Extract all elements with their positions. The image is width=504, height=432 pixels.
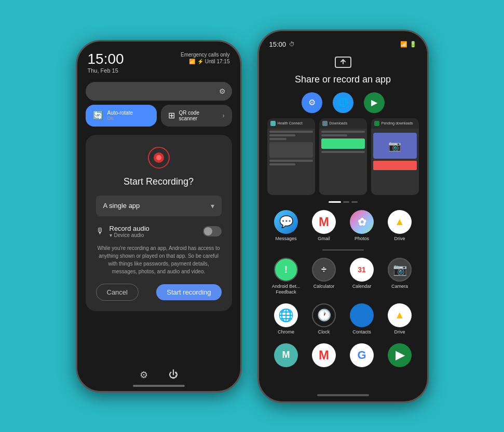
app-maps[interactable]: M (270, 343, 302, 369)
app-contacts[interactable]: 👤 Contacts (346, 303, 377, 335)
app-row-3: 🌐 Chrome 🕐 Clock 👤 Contacts ▲ Drive (267, 303, 419, 335)
recent-header-1: Health Connect (267, 118, 315, 129)
app-google[interactable]: G (346, 343, 377, 369)
android-feedback-icon: ! (274, 258, 298, 282)
dialog-buttons: Cancel Start recording (96, 284, 222, 301)
maps-icon: M (274, 343, 298, 367)
toggle-knob (204, 227, 212, 235)
play-icon-select: ▶ (371, 97, 377, 107)
wifi-icon-left: 📶 (189, 59, 195, 64)
start-recording-button[interactable]: Start recording (156, 284, 221, 300)
recent-header-2: Downloads (319, 118, 367, 129)
recent-icon-1 (270, 121, 276, 126)
calculator-label: Calculator (314, 284, 335, 289)
scroll-dot-inactive-2 (351, 201, 358, 203)
left-screen: 15:00 Thu, Feb 15 Emergency calls only 📶… (77, 41, 240, 391)
gmail-icon: M (312, 210, 336, 234)
recent-name-2: Downloads (330, 121, 348, 125)
recent-header-3: Pending downloads (371, 118, 419, 129)
photos-icon: ✿ (350, 210, 374, 234)
status-bar-left: 15:00 Thu, Feb 15 Emergency calls only 📶… (77, 41, 240, 78)
app-chrome[interactable]: 🌐 Chrome (270, 303, 302, 335)
qs-qr-tile[interactable]: ⊞ QR code scanner › (161, 105, 232, 127)
settings-nav-icon[interactable]: ⚙ (140, 369, 148, 381)
app-drive[interactable]: ▲ Drive (384, 210, 415, 242)
settings-icon-brightness: ⚙ (219, 87, 226, 95)
recent-thumb-3[interactable]: Pending downloads 📷 (371, 118, 419, 195)
auto-rotate-sub: On (107, 116, 133, 121)
camera-notch-left (156, 49, 161, 54)
settings-select-icon[interactable]: ⚙ (302, 92, 322, 113)
app-camera[interactable]: 📷 Camera (384, 258, 415, 295)
record-icon (146, 145, 171, 170)
chrome-label: Chrome (278, 329, 294, 335)
scroll-dot-inactive-1 (343, 201, 349, 203)
app-clock[interactable]: 🕐 Clock (308, 303, 339, 335)
audio-toggle[interactable] (203, 226, 222, 236)
time-right: 15:00 (269, 40, 287, 48)
calendar-icon: 31 (350, 258, 374, 282)
recent-content-3: 📷 (371, 129, 419, 195)
time-left: 15:00 (88, 52, 124, 66)
clock-label: Clock (318, 329, 330, 335)
drive2-icon: ▲ (388, 303, 412, 327)
app-play[interactable]: ▶ (384, 343, 415, 369)
wifi-icon-right: 📶 (400, 41, 407, 48)
left-phone: 15:00 Thu, Feb 15 Emergency calls only 📶… (76, 40, 242, 393)
contacts-icon: 👤 (350, 303, 374, 327)
camera-icon: 📷 (388, 258, 412, 282)
qr-icon: ⊞ (168, 110, 175, 120)
start-recording-dialog: Start Recording? A single app ▾ 🎙 Record… (86, 135, 232, 311)
share-header: Share or record an app (259, 51, 427, 92)
camera-label: Camera (391, 284, 408, 289)
app-selection-dropdown[interactable]: A single app ▾ (96, 196, 222, 216)
scroll-dot-active (329, 201, 341, 203)
bottom-nav-left: ⚙ ⏻ (77, 369, 240, 381)
quick-settings-panel: ⚙ 🔄 Auto-rotate On ⊞ QR code scanner › (77, 78, 240, 135)
svg-point-2 (156, 155, 161, 160)
recent-name-1: Health Connect (278, 121, 303, 125)
home-indicator-right (317, 394, 369, 396)
dropdown-arrow-small: ▾ (110, 232, 112, 238)
recent-thumb-1[interactable]: Health Connect (267, 118, 315, 195)
grid-separator-1 (322, 249, 364, 250)
gmail-label: Gmail (318, 236, 330, 242)
app-android-feedback[interactable]: ! Android Bet... Feedback (270, 258, 302, 295)
messages-label: Messages (275, 236, 296, 242)
photos-label: Photos (355, 236, 369, 242)
app-calculator[interactable]: ÷ Calculator (308, 258, 339, 295)
app-messages[interactable]: 💬 Messages (270, 210, 302, 242)
app-photos[interactable]: ✿ Photos (346, 210, 377, 242)
google-icon: G (350, 343, 374, 367)
battery-text-left: ⚡ Until 17:15 (197, 59, 230, 64)
app-gmail[interactable]: M Gmail (308, 210, 339, 242)
app-gmail2[interactable]: M (308, 343, 339, 369)
recent-icon-3 (374, 121, 379, 126)
gmail2-icon: M (312, 343, 336, 367)
record-audio-row: 🎙 Record audio ▾ Device audio (96, 225, 222, 238)
android-feedback-label: Android Bet... Feedback (270, 284, 302, 295)
audio-sublabel: ▾ Device audio (110, 232, 198, 238)
mic-icon: 🎙 (96, 227, 104, 236)
chrome-select-icon[interactable]: 🌐 (333, 92, 353, 113)
recents-area: Health Connect Downloads (259, 118, 427, 201)
clock-icon: ⏱ (289, 41, 295, 47)
dialog-title: Start Recording? (96, 176, 222, 187)
app-calendar[interactable]: 31 Calendar (346, 258, 377, 295)
recent-thumb-2[interactable]: Downloads (319, 118, 367, 195)
qs-auto-rotate-tile[interactable]: 🔄 Auto-rotate On (86, 105, 157, 127)
auto-rotate-label: Auto-rotate (107, 110, 133, 116)
status-icons-left: 📶 ⚡ Until 17:15 (181, 59, 229, 64)
camera-notch-right (340, 38, 346, 44)
scroll-indicator (259, 201, 427, 208)
app-drive2[interactable]: ▲ Drive (384, 303, 415, 335)
cancel-button[interactable]: Cancel (96, 284, 139, 301)
messages-icon: 💬 (274, 210, 298, 234)
brightness-slider[interactable]: ⚙ (86, 82, 232, 101)
warning-text: While you're recording an app, Android h… (96, 244, 222, 275)
recent-name-3: Pending downloads (382, 121, 413, 125)
power-nav-icon[interactable]: ⏻ (169, 369, 178, 380)
app-row-4: M M G ▶ (267, 343, 419, 369)
play-select-icon[interactable]: ▶ (364, 92, 385, 113)
right-phone: 15:00 ⏱ 📶 🔋 Share or record an app ⚙ (257, 30, 429, 403)
